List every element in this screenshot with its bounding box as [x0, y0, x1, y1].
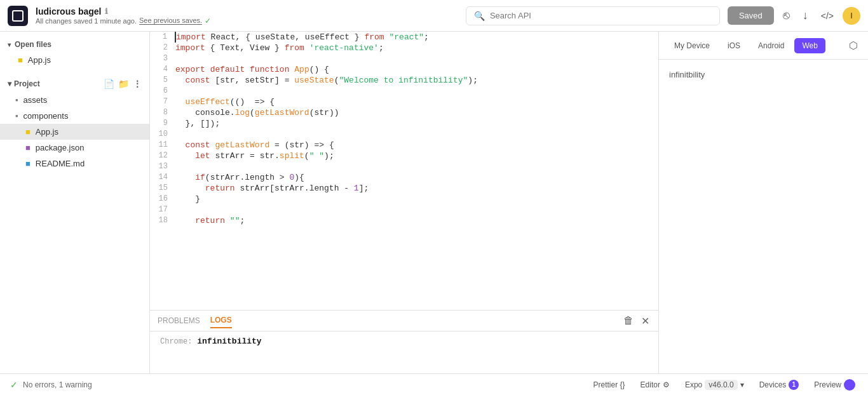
line-num-11: 11 — [150, 140, 175, 151]
line-num-14: 14 — [150, 172, 175, 183]
download-icon: ↓ — [803, 9, 808, 22]
preview-content: infinitbility — [659, 60, 868, 373]
table-row: 4 export default function App() { — [150, 64, 658, 75]
table-row: 12 let strArr = str.split(" "); — [150, 151, 658, 161]
tab-my-device[interactable]: My Device — [667, 38, 717, 53]
expo-button[interactable]: Expo v46.0.0 ▾ — [682, 378, 747, 391]
line-num-13: 13 — [150, 161, 175, 172]
search-input[interactable] — [490, 11, 712, 20]
open-files-header[interactable]: ▾ Open files — [0, 37, 149, 52]
open-files-chevron: ▾ — [8, 41, 11, 48]
preview-panel: My Device iOS Android Web ⬡ infinitbilit… — [658, 32, 868, 373]
preview-tabs: My Device iOS Android Web ⬡ — [659, 32, 868, 60]
app-name-row: ludicrous bagel ℹ — [36, 6, 211, 17]
preview-button[interactable]: Preview — [811, 378, 858, 392]
tab-android[interactable]: Android — [750, 38, 792, 53]
console-value: infinitbility — [197, 337, 261, 346]
table-row: 3 — [150, 53, 658, 64]
avatar[interactable]: l — [843, 7, 860, 25]
table-row: 5 const [str, setStr] = useState("Welcom… — [150, 75, 658, 86]
table-row: 6 — [150, 86, 658, 97]
saved-button[interactable]: Saved — [728, 6, 774, 25]
js-icon-appjs: ■ — [25, 127, 31, 137]
preview-circle-icon — [844, 379, 855, 391]
line-code-17 — [175, 204, 658, 215]
table-row: 10 — [150, 129, 658, 140]
project-chevron: ▾ — [8, 79, 11, 88]
devices-button[interactable]: Devices 1 — [757, 378, 802, 391]
line-num-3: 3 — [150, 53, 175, 64]
line-code-2: import { Text, View } from 'react-native… — [175, 43, 658, 53]
folder-components[interactable]: ▪ components — [0, 108, 149, 124]
console-tabs: PROBLEMS LOGS 🗑 ✕ — [150, 311, 658, 331]
line-code-14: if(strArr.length > 0){ — [175, 172, 658, 183]
console-close-button[interactable]: ✕ — [640, 314, 651, 328]
table-row: 9 }, []); — [150, 118, 658, 129]
line-num-5: 5 — [150, 75, 175, 86]
preview-label: Preview — [814, 380, 841, 389]
table-row: 18 return ""; — [150, 215, 658, 226]
file-packagejson-label: package.json — [36, 143, 85, 152]
download-button[interactable]: ↓ — [799, 6, 812, 25]
line-code-12: let strArr = str.split(" "); — [175, 151, 658, 161]
expo-chevron: ▾ — [740, 380, 744, 389]
file-readme[interactable]: ■ README.md — [0, 156, 149, 171]
md-icon: ■ — [25, 159, 31, 168]
app-subtitle: All changes saved 1 minute ago. See prev… — [36, 17, 211, 25]
prettier-label: Prettier {} — [593, 380, 625, 389]
status-icon: ✓ — [10, 380, 18, 390]
line-num-16: 16 — [150, 194, 175, 204]
code-icon: </> — [821, 11, 834, 21]
info-icon[interactable]: ℹ — [105, 7, 108, 16]
devices-count-badge: 1 — [789, 380, 799, 390]
expo-label: Expo — [685, 380, 702, 389]
status-bar-right: Prettier {} Editor ⚙ Expo v46.0.0 ▾ Devi… — [591, 378, 858, 392]
project-header[interactable]: ▾ Project 📄 📁 ⋮ — [0, 76, 149, 92]
table-row: 8 console.log(getLastWord(str)) — [150, 107, 658, 118]
code-area: 1 import React, { useState, useEffect } … — [150, 32, 658, 373]
line-code-3 — [175, 53, 658, 64]
console-label: Chrome: — [160, 337, 192, 346]
table-row: 13 — [150, 161, 658, 172]
project-actions: 📄 📁 ⋮ — [104, 79, 142, 89]
header-actions: Saved ⎋ ↓ </> l — [728, 6, 860, 25]
line-num-9: 9 — [150, 118, 175, 129]
file-appjs[interactable]: ■ App.js — [0, 124, 149, 140]
line-code-6 — [175, 86, 658, 97]
code-view-button[interactable]: </> — [817, 8, 837, 23]
project-label: Project — [14, 79, 40, 88]
code-editor[interactable]: 1 import React, { useState, useEffect } … — [150, 32, 658, 310]
header: ludicrous bagel ℹ All changes saved 1 mi… — [0, 0, 868, 32]
new-folder-icon[interactable]: 📁 — [118, 79, 129, 89]
console-panel: PROBLEMS LOGS 🗑 ✕ Chrome: infinitbility — [150, 310, 658, 373]
console-delete-button[interactable]: 🗑 — [622, 314, 635, 328]
open-files-label: Open files — [15, 40, 51, 49]
folder-components-label: components — [24, 111, 69, 121]
line-code-8: console.log(getLastWord(str)) — [175, 107, 658, 118]
new-file-icon[interactable]: 📄 — [104, 79, 114, 89]
line-num-7: 7 — [150, 97, 175, 107]
open-file-appjs[interactable]: ■ App.js — [0, 52, 149, 68]
code-table: 1 import React, { useState, useEffect } … — [150, 32, 658, 226]
tab-logs[interactable]: LOGS — [210, 313, 232, 328]
tab-web[interactable]: Web — [794, 38, 825, 53]
preview-open-button[interactable]: ⬡ — [846, 37, 860, 54]
app-name-text: ludicrous bagel — [36, 6, 101, 17]
tab-ios[interactable]: iOS — [720, 38, 748, 53]
line-code-16: } — [175, 194, 658, 204]
more-icon[interactable]: ⋮ — [133, 79, 142, 89]
file-packagejson[interactable]: ■ package.json — [0, 140, 149, 156]
line-code-11: const getLastWord = (str) => { — [175, 140, 658, 151]
editor-gear-icon: ⚙ — [663, 380, 670, 389]
open-files-section: ▾ Open files ■ App.js — [0, 32, 149, 73]
previous-saves-link[interactable]: See previous saves. — [139, 17, 202, 25]
preview-title: infinitbility — [669, 70, 858, 79]
login-button[interactable]: ⎋ — [779, 6, 794, 25]
app-title: ludicrous bagel ℹ All changes saved 1 mi… — [36, 6, 211, 25]
tab-problems[interactable]: PROBLEMS — [158, 314, 200, 328]
prettier-button[interactable]: Prettier {} — [591, 379, 628, 391]
login-icon: ⎋ — [783, 9, 790, 22]
editor-button[interactable]: Editor ⚙ — [638, 379, 672, 391]
folder-assets[interactable]: ▪ assets — [0, 92, 149, 108]
line-num-8: 8 — [150, 107, 175, 118]
